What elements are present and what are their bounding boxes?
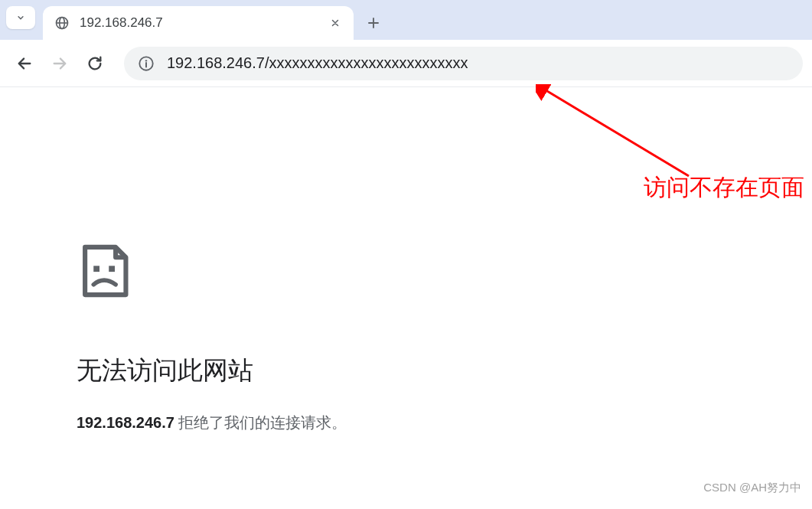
arrow-right-icon [51,55,68,72]
error-page-content: 无法访问此网站 192.168.246.7 拒绝了我们的连接请求。 [0,87,812,433]
tab-title: 192.168.246.7 [80,15,318,31]
globe-icon [54,15,70,31]
error-heading: 无法访问此网站 [77,354,812,388]
address-bar[interactable]: 192.168.246.7/xxxxxxxxxxxxxxxxxxxxxxxxxx [124,47,803,80]
reload-icon [86,55,103,72]
back-button[interactable] [9,48,40,79]
tab-strip: 192.168.246.7 [0,0,812,40]
error-message: 192.168.246.7 拒绝了我们的连接请求。 [77,413,812,433]
tab-close-button[interactable] [328,15,343,31]
error-detail: 拒绝了我们的连接请求。 [174,414,347,431]
watermark: CSDN @AH努力中 [703,481,801,495]
chevron-down-icon [15,12,26,23]
browser-tab[interactable]: 192.168.246.7 [43,6,354,40]
info-icon [138,55,155,72]
error-host: 192.168.246.7 [77,414,174,431]
forward-button[interactable] [44,48,75,79]
new-tab-button[interactable] [360,9,387,37]
site-info-icon[interactable] [138,55,155,72]
plus-icon [367,16,380,30]
tab-search-button[interactable] [6,6,35,29]
svg-point-4 [145,60,147,61]
browser-toolbar: 192.168.246.7/xxxxxxxxxxxxxxxxxxxxxxxxxx [0,40,812,87]
arrow-left-icon [16,55,33,72]
url-text: 192.168.246.7/xxxxxxxxxxxxxxxxxxxxxxxxxx [167,54,468,72]
close-icon [330,18,341,28]
reload-button[interactable] [80,48,110,79]
sad-page-icon [77,240,138,302]
svg-rect-8 [93,266,99,272]
svg-rect-9 [109,266,115,272]
